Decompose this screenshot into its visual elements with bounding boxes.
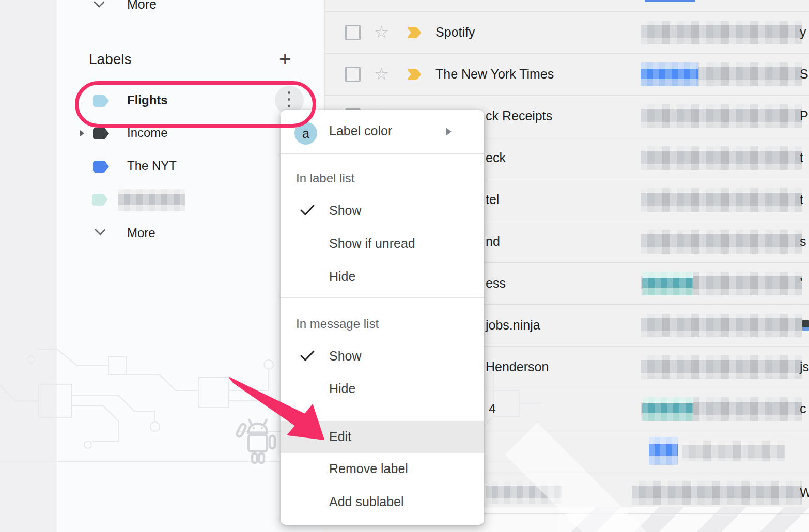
create-label-plus-icon[interactable]: + <box>279 49 291 69</box>
sidebar-more-label[interactable]: More <box>127 226 155 240</box>
snippet-overflow-text: S <box>800 67 808 82</box>
in-label-list-header: In label list <box>296 171 354 185</box>
gmail-window: ☆ Spotify y ☆ The New York Times S ☆ <box>0 0 809 532</box>
sender-name[interactable]: eck <box>486 150 506 165</box>
redacted-snippet <box>682 441 785 461</box>
redacted-highlight-block <box>642 272 693 295</box>
label-tag-icon <box>93 161 109 173</box>
sender-name[interactable]: 4 <box>489 401 496 416</box>
snippet-overflow-text: P <box>800 108 808 123</box>
snippet-overflow-text: js <box>800 359 809 374</box>
snippet-overflow-text: t <box>800 192 803 207</box>
in-message-list-header: In message list <box>296 317 379 331</box>
redacted-highlight-block <box>642 397 693 421</box>
sidebar-more-label[interactable]: More <box>127 0 157 12</box>
checkmark-icon <box>300 350 315 362</box>
snippet-overflow-text: ’ <box>800 276 803 291</box>
snippet-overflow-text: t <box>800 150 803 165</box>
hide-option-label[interactable]: Hide <box>329 269 355 284</box>
label-tag-icon <box>92 194 108 206</box>
email-row-nyt[interactable]: ☆ The New York Times S <box>324 53 809 95</box>
star-icon[interactable]: ☆ <box>374 66 389 82</box>
label-context-menu: a Label color In label list Show Show if… <box>281 110 484 525</box>
redacted-blue-fragment <box>645 0 695 2</box>
annotation-oval-highlight <box>75 81 316 128</box>
redacted-snippet <box>641 104 802 128</box>
checkmark-icon <box>300 204 315 216</box>
labels-section-header: Labels <box>89 51 132 68</box>
chevron-down-icon <box>93 1 105 8</box>
redacted-snippet <box>641 188 802 212</box>
label-tag-icon <box>93 128 109 139</box>
sender-name[interactable]: ck Receipts <box>486 108 552 123</box>
label-name[interactable]: The NYT <box>127 159 177 173</box>
star-icon[interactable]: ☆ <box>374 24 389 40</box>
menu-divider <box>281 297 484 298</box>
annotation-arrow <box>217 362 336 449</box>
remove-label-label[interactable]: Remove label <box>329 461 408 476</box>
sender-name[interactable]: Spotify <box>435 25 475 40</box>
show-if-unread-label[interactable]: Show if unread <box>329 236 415 251</box>
sender-name[interactable]: jobs.ninja <box>486 318 540 333</box>
snippet-overflow-text: s <box>800 234 806 249</box>
add-sublabel-label[interactable]: Add sublabel <box>329 494 404 509</box>
expand-arrow-icon[interactable] <box>80 130 85 137</box>
sender-name[interactable]: Henderson <box>486 359 549 374</box>
snippet-overflow-text: y <box>800 25 806 40</box>
redacted-snippet <box>632 481 802 505</box>
redacted-snippet <box>641 314 802 337</box>
snippet-overflow-text: c <box>800 401 806 416</box>
select-checkbox[interactable] <box>345 67 361 82</box>
label-color-label[interactable]: Label color <box>329 123 392 138</box>
submenu-arrow-icon <box>446 128 452 136</box>
redacted-snippet <box>641 355 802 379</box>
redacted-image-block <box>649 437 678 465</box>
redacted-snippet <box>641 230 802 254</box>
snippet-overflow-text: W <box>800 485 809 500</box>
select-checkbox[interactable] <box>345 25 361 40</box>
tiny-attachment-icon <box>802 320 809 331</box>
sender-name[interactable]: The New York Times <box>435 67 554 82</box>
email-row-spotify[interactable]: ☆ Spotify y <box>324 11 809 53</box>
sender-name[interactable]: ess <box>486 276 506 291</box>
label-name[interactable]: Income <box>127 126 168 140</box>
show-option-label[interactable]: Show <box>329 203 362 218</box>
redacted-snippet <box>641 21 802 44</box>
importance-marker-icon[interactable] <box>407 69 423 80</box>
sender-name[interactable]: tel <box>486 192 499 207</box>
redacted-link-block <box>641 62 698 86</box>
sender-name[interactable]: nd <box>486 234 500 249</box>
menu-divider <box>281 153 484 154</box>
chevron-down-icon <box>94 229 106 236</box>
redacted-label-name <box>118 189 185 211</box>
redacted-snippet <box>641 146 802 170</box>
importance-marker-icon[interactable] <box>407 27 423 38</box>
